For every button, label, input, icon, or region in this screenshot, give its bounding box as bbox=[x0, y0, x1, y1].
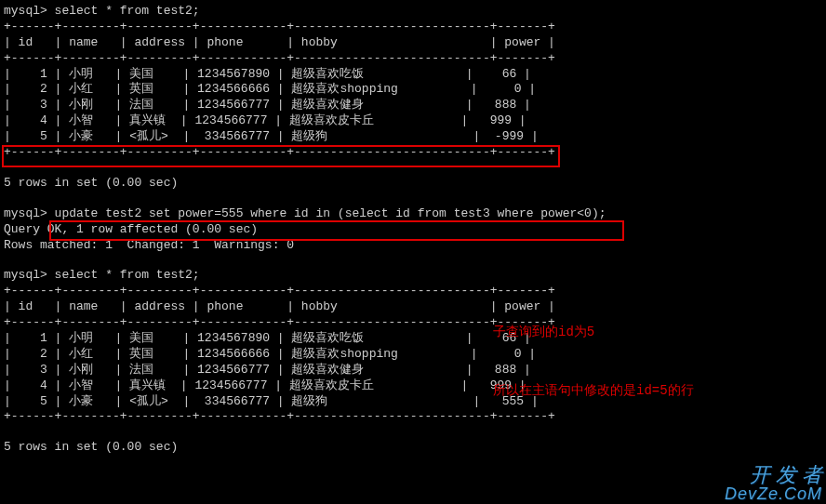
blank-line bbox=[4, 192, 822, 206]
table-header: | id | name | address | phone | hobby | … bbox=[4, 299, 822, 315]
table-row: | 2 | 小红 | 英国 | 1234566666 | 超级喜欢shoppin… bbox=[4, 347, 822, 363]
rows-in-set-message: 5 rows in set (0.00 sec) bbox=[4, 440, 822, 456]
blank-line bbox=[4, 253, 822, 268]
annotation-line2: 所以在主语句中修改的是id=5的行 bbox=[493, 381, 694, 401]
table-separator: +------+--------+---------+------------+… bbox=[4, 409, 822, 425]
table-separator: +------+--------+---------+------------+… bbox=[4, 51, 822, 67]
watermark-top: 开 发 者 bbox=[725, 465, 822, 485]
table-separator: +------+--------+---------+------------+… bbox=[4, 20, 822, 35]
sql-prompt-update: mysql> update test2 set power=555 where … bbox=[4, 206, 822, 222]
blank-line bbox=[4, 425, 822, 440]
table-header: | id | name | address | phone | hobby | … bbox=[4, 35, 822, 51]
table-row: | 2 | 小红 | 英国 | 1234566666 | 超级喜欢shoppin… bbox=[4, 82, 822, 98]
table-row: | 3 | 小刚 | 法国 | 1234566777 | 超级喜欢健身 | 88… bbox=[4, 98, 822, 113]
rows-matched-message: Rows matched: 1 Changed: 1 Warnings: 0 bbox=[4, 238, 822, 254]
table-row: | 4 | 小智 | 真兴镇 | 1234566777 | 超级喜欢皮卡丘 | … bbox=[4, 113, 822, 129]
table-separator: +------+--------+---------+------------+… bbox=[4, 145, 822, 161]
table-row: | 3 | 小刚 | 法国 | 1234566777 | 超级喜欢健身 | 88… bbox=[4, 363, 822, 378]
blank-line bbox=[4, 161, 822, 176]
annotation-text: 子查询到的id为5 所以在主语句中修改的是id=5的行 bbox=[493, 284, 694, 420]
table-row: | 1 | 小明 | 美国 | 1234567890 | 超级喜欢吃饭 | 66… bbox=[4, 331, 822, 347]
watermark: 开 发 者 DevZe.CoM bbox=[725, 465, 822, 502]
watermark-bottom: DevZe.CoM bbox=[725, 485, 822, 502]
rows-in-set-message: 5 rows in set (0.00 sec) bbox=[4, 176, 822, 192]
table-separator: +------+--------+---------+------------+… bbox=[4, 315, 822, 331]
table-separator: +------+--------+---------+------------+… bbox=[4, 284, 822, 299]
table-row-highlighted: | 5 | 小豪 | <孤儿> | 334566777 | 超级狗 | -999… bbox=[4, 129, 822, 145]
annotation-line1: 子查询到的id为5 bbox=[493, 323, 694, 342]
sql-prompt-select2: mysql> select * from test2; bbox=[4, 268, 822, 284]
table-row: | 5 | 小豪 | <孤儿> | 334566777 | 超级狗 | 555 … bbox=[4, 394, 822, 410]
query-ok-message: Query OK, 1 row affected (0.00 sec) bbox=[4, 222, 822, 238]
table-row: | 1 | 小明 | 美国 | 1234567890 | 超级喜欢吃饭 | 66… bbox=[4, 67, 822, 83]
sql-prompt-select1: mysql> select * from test2; bbox=[4, 4, 822, 20]
table-row: | 4 | 小智 | 真兴镇 | 1234566777 | 超级喜欢皮卡丘 | … bbox=[4, 378, 822, 394]
